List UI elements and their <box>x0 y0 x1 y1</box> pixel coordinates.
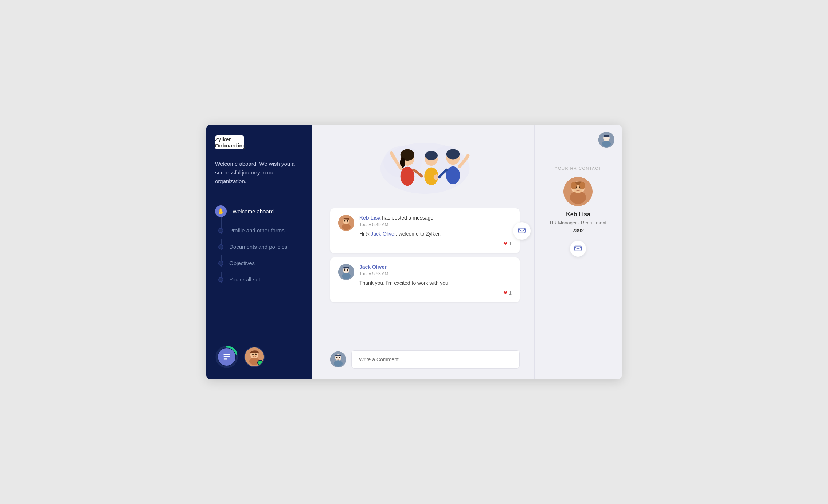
svg-point-40 <box>344 269 346 271</box>
message-header-1: Keb Lisa has posted a message. Today 5:4… <box>338 215 512 247</box>
svg-point-45 <box>334 360 343 367</box>
progress-inner <box>218 348 235 366</box>
message-card-2: Jack Oliver Today 5:53 AM Thank you. I'm… <box>330 257 520 302</box>
hr-contact-name: Keb Lisa <box>566 211 590 218</box>
comment-avatar-img <box>330 351 346 367</box>
svg-point-20 <box>401 167 415 186</box>
top-user-avatar <box>598 132 614 148</box>
heart-icon-1[interactable]: ❤ <box>503 241 508 247</box>
nav-label-welcome: Welcome aboard <box>233 208 274 214</box>
chat-icon <box>574 245 582 253</box>
message-meta-2: Jack Oliver Today 5:53 AM Thank you. I'm… <box>359 264 512 296</box>
nav-item-objectives[interactable]: Objectives <box>215 255 303 271</box>
message-footer-1: ❤ 1 <box>359 241 512 247</box>
jack-avatar-img <box>338 264 354 280</box>
svg-rect-6 <box>223 356 230 357</box>
svg-point-34 <box>347 220 348 221</box>
logo-box: Zylker Onboarding <box>215 135 244 149</box>
nav-item-allset[interactable]: You're all set <box>215 271 303 288</box>
sender-name-jack: Jack Oliver <box>359 264 387 270</box>
message-body-1: Hi @Jack Oliver, welcome to Zylker. <box>359 230 512 238</box>
hr-chat-button[interactable] <box>570 241 586 257</box>
main-content: Keb Lisa has posted a message. Today 5:4… <box>312 125 534 379</box>
comment-input[interactable] <box>351 350 520 369</box>
nav-label-objectives: Objectives <box>229 260 255 266</box>
hr-contact-title: HR Manager - Recruitment <box>550 220 606 225</box>
message-card-1: Keb Lisa has posted a message. Today 5:4… <box>330 208 520 253</box>
hr-contact-extension: 7392 <box>573 228 584 233</box>
nav-dot-allset <box>218 277 223 282</box>
nav-item-profile[interactable]: Profile and other forms <box>215 222 303 239</box>
sender-name-keb: Keb Lisa <box>359 215 380 221</box>
illustration-area <box>330 135 520 201</box>
svg-rect-25 <box>436 174 437 178</box>
svg-rect-63 <box>575 246 581 251</box>
hr-section-label: YOUR HR CONTACT <box>555 166 602 170</box>
app-container: Zylker Onboarding Welcome aboard! We wis… <box>206 125 622 379</box>
heart-icon-2[interactable]: ❤ <box>503 290 508 296</box>
nav-dot-objectives <box>218 261 223 266</box>
nav-item-documents[interactable]: Documents and policies <box>215 239 303 255</box>
message-time-1: Today 5:49 AM <box>359 222 512 227</box>
svg-point-48 <box>339 357 340 358</box>
svg-point-12 <box>252 354 254 355</box>
svg-point-38 <box>342 273 351 279</box>
reply-button-1[interactable] <box>513 222 531 240</box>
nav-label-documents: Documents and policies <box>229 244 287 250</box>
nav-label-profile: Profile and other forms <box>229 227 285 233</box>
message-meta-1: Keb Lisa has posted a message. Today 5:4… <box>359 215 512 247</box>
logo-text: Zylker Onboarding <box>215 136 246 149</box>
svg-point-28 <box>446 166 460 184</box>
sidebar: Zylker Onboarding Welcome aboard! We wis… <box>206 125 312 379</box>
svg-rect-42 <box>343 267 349 268</box>
svg-rect-7 <box>223 358 227 359</box>
svg-rect-5 <box>223 354 230 355</box>
mention-jack: Jack Oliver <box>371 231 395 237</box>
sender-action-1: has posted a message. <box>382 215 435 221</box>
svg-point-27 <box>446 149 460 160</box>
comment-user-avatar <box>330 351 346 367</box>
svg-point-62 <box>579 182 585 189</box>
hr-avatar-face <box>245 347 264 366</box>
sidebar-bottom <box>215 345 303 369</box>
svg-point-47 <box>336 357 338 358</box>
hr-contact-avatar <box>563 177 593 206</box>
message-sender-line-1: Keb Lisa has posted a message. <box>359 215 512 221</box>
keb-avatar-img <box>338 215 354 231</box>
nav-dot-documents <box>218 244 223 249</box>
reply-bubble-1[interactable] <box>513 222 531 240</box>
checklist-icon <box>222 352 231 362</box>
welcome-illustration <box>374 135 476 201</box>
message-time-2: Today 5:53 AM <box>359 271 512 276</box>
svg-point-13 <box>255 354 257 355</box>
hand-wave-icon: ✋ <box>217 208 224 215</box>
like-count-2: 1 <box>509 290 512 296</box>
hr-avatar-sidebar <box>244 347 265 367</box>
sidebar-welcome-text: Welcome aboard! We wish you a successful… <box>215 160 303 186</box>
message-footer-2: ❤ 1 <box>359 290 512 296</box>
right-panel: YOUR HR CONTACT Keb Lisa HR Manager - Re… <box>534 125 622 379</box>
svg-rect-35 <box>519 228 525 233</box>
messages-area: Keb Lisa has posted a message. Today 5:4… <box>330 208 520 339</box>
top-avatar-img <box>598 132 614 148</box>
nav-item-welcome[interactable]: ✋ Welcome aboard <box>215 200 303 222</box>
keb-avatar <box>338 215 354 231</box>
message-body-2: Thank you. I'm excited to work with you! <box>359 279 512 287</box>
svg-point-31 <box>342 224 351 230</box>
comment-area <box>330 350 520 369</box>
nav-dot-profile <box>218 228 223 233</box>
nav-label-allset: You're all set <box>229 276 260 283</box>
progress-ring <box>215 345 238 369</box>
svg-point-61 <box>571 182 577 189</box>
svg-rect-54 <box>604 135 609 137</box>
logo-area: Zylker Onboarding <box>215 135 303 149</box>
message-sender-line-2: Jack Oliver <box>359 264 512 270</box>
svg-point-22 <box>425 151 438 160</box>
hr-contact-avatar-img <box>563 177 593 206</box>
svg-point-10 <box>249 358 259 365</box>
message-header-2: Jack Oliver Today 5:53 AM Thank you. I'm… <box>338 264 512 296</box>
reply-icon <box>518 227 526 235</box>
svg-point-33 <box>344 220 346 221</box>
svg-point-41 <box>347 269 348 271</box>
jack-avatar <box>338 264 354 280</box>
